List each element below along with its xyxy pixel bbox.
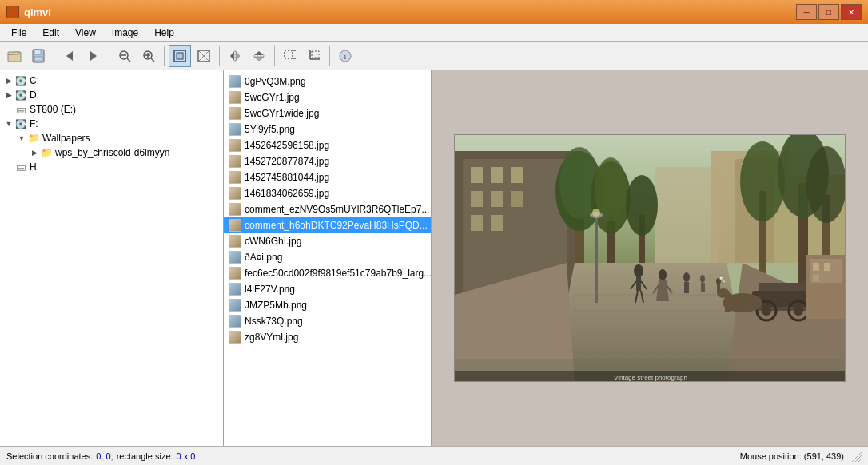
toolbar: i <box>0 42 868 70</box>
file-item[interactable]: l4lF27V.png <box>224 281 431 297</box>
svg-line-109 <box>855 455 862 462</box>
file-item[interactable]: zg8VYml.jpg <box>224 329 431 345</box>
toolbar-sep-3 <box>164 46 165 66</box>
file-item[interactable]: 0gPvQ3M.png <box>224 74 431 89</box>
toolbar-crop2-button[interactable] <box>303 45 325 67</box>
file-name: ðÃ¤i.png <box>245 252 282 263</box>
toolbar-save-button[interactable] <box>27 45 50 67</box>
toolbar-info-button[interactable]: i <box>334 45 356 67</box>
status-bar-right: Mouse position: (591, 439) <box>740 451 862 462</box>
file-item[interactable]: 5wcGYr1.jpg <box>224 89 431 105</box>
svg-marker-23 <box>254 57 264 61</box>
file-thumb-icon <box>229 155 241 168</box>
svg-marker-5 <box>66 51 73 61</box>
tree-arrow-f[interactable]: ▼ <box>3 120 14 128</box>
file-item[interactable]: comment_ezNV9Os5mUYlR3R6QTleEp7... <box>224 201 431 217</box>
toolbar-forward-button[interactable] <box>82 45 105 67</box>
file-name: 1452642596158.jpg <box>245 140 329 151</box>
toolbar-zoom-in-button[interactable] <box>137 45 160 67</box>
tree-label-d: D: <box>30 89 39 101</box>
file-thumb-icon <box>229 267 241 280</box>
menu-file[interactable]: File <box>3 26 34 40</box>
file-thumb-icon <box>229 315 241 328</box>
file-name: 5Yi9yf5.png <box>245 124 295 135</box>
file-item[interactable]: JMZP5Mb.png <box>224 297 431 313</box>
file-item[interactable]: 5Yi9yf5.png <box>224 121 431 137</box>
file-item[interactable]: Nssk73Q.png <box>224 313 431 329</box>
file-item[interactable]: fec6ec50cd002f9f9819ef51c79ab7b9_larg... <box>224 265 431 281</box>
file-item[interactable]: ðÃ¤i.png <box>224 249 431 265</box>
tree-item-h[interactable]: ▶ 🖴 H: <box>0 160 223 174</box>
file-thumb-icon <box>229 331 241 344</box>
file-tree[interactable]: ▶ 💽 C: ▶ 💽 D: ▶ 🖴 ST800 (E:) ▼ 💽 F: <box>0 70 224 446</box>
file-item[interactable]: 1452642596158.jpg <box>224 137 431 153</box>
file-name: JMZP5Mb.png <box>245 300 307 311</box>
close-button[interactable]: ✕ <box>841 4 862 20</box>
file-item[interactable]: 1452745881044.jpg <box>224 169 431 185</box>
svg-text:Vintage street photograph: Vintage street photograph <box>614 374 687 381</box>
menu-view[interactable]: View <box>67 26 104 40</box>
menu-help[interactable]: Help <box>146 26 182 40</box>
toolbar-sep-5 <box>274 46 275 66</box>
file-item[interactable]: 5wcGYr1wide.jpg <box>224 105 431 121</box>
rect-label: rectangle size: <box>117 451 173 461</box>
tree-item-e[interactable]: ▶ 🖴 ST800 (E:) <box>0 102 223 117</box>
tree-item-c[interactable]: ▶ 💽 C: <box>0 74 223 88</box>
selection-coords: 0, 0; <box>96 451 113 461</box>
resize-handle[interactable] <box>850 451 862 462</box>
toolbar-flip-v-button[interactable] <box>248 45 270 67</box>
toolbar-fit-view-button[interactable] <box>193 45 215 67</box>
svg-rect-4 <box>34 57 42 61</box>
menu-image[interactable]: Image <box>104 26 146 40</box>
file-item[interactable]: 1461834062659.jpg <box>224 185 431 201</box>
app-icon <box>6 6 19 18</box>
toolbar-back-button[interactable] <box>58 45 81 67</box>
tree-label-e: ST800 (E:) <box>30 104 76 115</box>
maximize-button[interactable]: □ <box>818 4 839 20</box>
file-name: zg8VYml.jpg <box>245 332 298 343</box>
file-name: cWN6GhI.jpg <box>245 236 301 247</box>
file-list[interactable]: 0gPvQ3M.png 5wcGYr1.jpg 5wcGYr1wide.jpg … <box>224 70 432 446</box>
toolbar-crop1-button[interactable] <box>279 45 301 67</box>
file-item[interactable]: cWN6GhI.jpg <box>224 233 431 249</box>
file-thumb-icon <box>229 235 241 248</box>
toolbar-flip-h-button[interactable] <box>224 45 246 67</box>
svg-marker-6 <box>90 51 97 61</box>
title-bar: qimvi ─ □ ✕ <box>0 0 868 24</box>
tree-arrow-wallpapers[interactable]: ▼ <box>16 134 27 142</box>
toolbar-normal-view-button[interactable] <box>169 45 191 67</box>
tree-label-h: H: <box>30 161 39 173</box>
svg-marker-19 <box>230 51 234 61</box>
file-thumb-icon <box>229 299 241 312</box>
file-thumb-icon <box>229 283 241 296</box>
tree-arrow-d[interactable]: ▶ <box>3 91 14 99</box>
selection-label: Selection coordinates: <box>6 451 93 461</box>
file-item-selected[interactable]: comment_h6ohDKTC92PevaH83HsPQD... <box>224 217 431 233</box>
svg-marker-22 <box>254 51 264 55</box>
rect-size: 0 x 0 <box>177 451 196 461</box>
toolbar-open-button[interactable] <box>3 45 26 67</box>
svg-text:↖: ↖ <box>719 274 727 285</box>
preview-svg: Vintage street photograph ↖ <box>455 135 846 382</box>
drive-icon-c: 💽 <box>14 74 27 87</box>
file-thumb-icon <box>229 203 241 216</box>
status-bar: Selection coordinates: 0, 0; rectangle s… <box>0 446 868 465</box>
tree-item-wallpapers[interactable]: ▼ 📁 Wallpapers <box>0 131 223 145</box>
file-item[interactable]: 1452720877874.jpg <box>224 153 431 169</box>
minimize-button[interactable]: ─ <box>796 4 817 20</box>
tree-arrow-c[interactable]: ▶ <box>3 77 14 85</box>
menu-edit[interactable]: Edit <box>34 26 67 40</box>
tree-arrow-wps[interactable]: ▶ <box>29 149 40 157</box>
tree-label-wps: wps_by_chriscold-d6lmyyn <box>55 147 169 158</box>
window-title: qimvi <box>24 6 51 18</box>
tree-item-d[interactable]: ▶ 💽 D: <box>0 88 223 102</box>
svg-line-110 <box>858 459 862 462</box>
toolbar-zoom-out-button[interactable] <box>113 45 136 67</box>
folder-icon-wps: 📁 <box>40 146 53 159</box>
tree-item-wps[interactable]: ▶ 📁 wps_by_chriscold-d6lmyyn <box>0 145 223 160</box>
file-thumb-icon <box>229 171 241 184</box>
tree-item-f[interactable]: ▼ 💽 F: <box>0 117 223 131</box>
svg-rect-3 <box>34 50 41 54</box>
svg-rect-15 <box>177 53 183 59</box>
menu-bar: File Edit View Image Help <box>0 24 868 42</box>
